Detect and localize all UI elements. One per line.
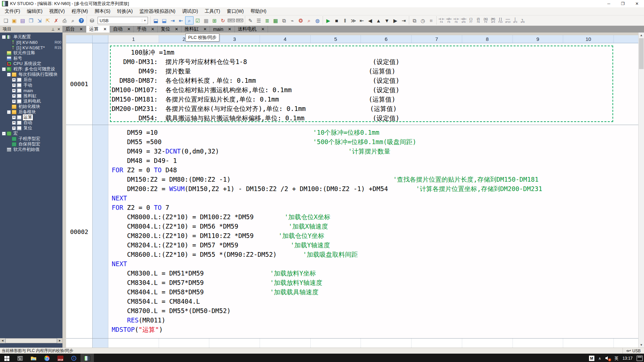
tree-item-子程序型宏[interactable]: 子程序型宏 [0, 136, 62, 141]
help-button[interactable]: ? [77, 16, 86, 24]
coil-not-button[interactable]: (/)F8 [475, 16, 482, 24]
collapse-icon[interactable]: - [7, 73, 11, 76]
tree-item-手动[interactable]: +手动 [0, 82, 62, 88]
paste-special-button[interactable]: ⧉ [410, 16, 419, 24]
menu-item-7[interactable]: 调试(D) [179, 8, 201, 15]
save-project-button[interactable]: ▤ [18, 16, 27, 24]
file-explorer-button[interactable] [27, 354, 40, 362]
panel-close-icon[interactable]: ✕ [57, 27, 60, 32]
usb-connect-button[interactable]: ⌁ [288, 16, 297, 24]
save-as-button[interactable]: ❐ [27, 16, 35, 24]
tab-close-icon[interactable]: ✕ [127, 27, 130, 32]
speaker-muted-icon[interactable]: ✕ [605, 356, 610, 361]
calculator-button[interactable]: ⌗ [427, 16, 435, 24]
tab-close-icon[interactable]: ✕ [261, 27, 265, 32]
expand-icon[interactable]: + [12, 121, 16, 125]
tree-item-单元配置[interactable]: -单元配置 [0, 34, 62, 40]
expand-icon[interactable]: + [12, 126, 16, 130]
minimize-button[interactable]: ─ [602, 0, 616, 7]
menu-item-10[interactable]: 帮助(H) [247, 8, 270, 15]
start-button[interactable] [0, 354, 13, 362]
expand-icon[interactable]: + [12, 94, 16, 98]
ime-indicator[interactable]: 英 [614, 356, 619, 361]
new-file-button[interactable]: ❏ [2, 16, 10, 24]
menu-item-3[interactable]: 程序(M) [68, 8, 91, 15]
tab-close-icon[interactable]: ✕ [151, 27, 154, 32]
clock[interactable]: 13:17 [623, 356, 633, 361]
editor-note-button[interactable]: ⬓ [160, 16, 168, 24]
expand-icon[interactable]: + [12, 89, 16, 93]
pause-button[interactable]: ‖ [341, 16, 349, 24]
menu-item-0[interactable]: 文件(F) [1, 8, 23, 15]
step-run-button[interactable]: ≫ [349, 16, 358, 24]
tab-运算[interactable]: 运算✕ [86, 26, 110, 33]
contact-no-button[interactable]: ⊣ ⊢F4 [438, 16, 445, 24]
tab-自动[interactable]: 自动✕ [110, 26, 134, 33]
tree-item-程序: 多仓位可随意设[interactable]: -程序: 多仓位可随意设 [0, 66, 62, 72]
tree-item-标号[interactable]: 标号 [0, 56, 62, 61]
print-button[interactable]: ⎙ [60, 16, 69, 24]
coil-out-button[interactable]: ( )F7 [467, 16, 475, 24]
expand-icon[interactable]: + [12, 100, 16, 103]
transfer-to-plc-button[interactable]: ⇥ [168, 16, 177, 24]
plc-verify-sync-button[interactable]: ⌕ [185, 16, 194, 24]
collapse-icon[interactable]: - [7, 110, 11, 114]
scrollbar-thumb[interactable] [5, 338, 57, 343]
instruction-box-button[interactable]: [ ]F10 [497, 16, 504, 24]
stop-button[interactable]: ■ [332, 16, 341, 24]
search-device-button[interactable]: ⌕ [305, 16, 313, 24]
block-content[interactable]: DM59 =10'10个脉冲=位移0.1mm DM55 =500'500个脉冲=… [108, 125, 638, 338]
tree-item-自动[interactable]: +自动 [0, 120, 62, 125]
plc-reset-button[interactable]: ↻ [219, 16, 227, 24]
block-content[interactable]: 100脉冲 =1mm DM0-DM31: 摆片序号对应材料仓位号1-8(设定值)… [108, 43, 638, 125]
window-cascade-button[interactable]: ⧉ [280, 16, 288, 24]
open-project-button[interactable]: ▣ [10, 16, 18, 24]
tab-close-icon[interactable]: ✕ [79, 27, 83, 32]
menu-item-1[interactable]: 编辑(E) [23, 8, 46, 15]
comm-port-select[interactable]: USB▾ [98, 17, 148, 24]
hidden-icons-chevron[interactable]: ∧ [598, 356, 601, 361]
nav-first-button[interactable]: ⇤ [358, 16, 366, 24]
collapse-icon[interactable]: - [2, 132, 6, 135]
line-list-button[interactable]: ☰ [255, 16, 263, 24]
export-file-button[interactable]: ⇱ [44, 16, 52, 24]
delete-file-button[interactable]: ✗ [52, 16, 60, 24]
expand-icon[interactable]: + [12, 116, 16, 119]
debug-button[interactable]: ❂ [297, 16, 305, 24]
vline-button[interactable]: │sF3 [512, 16, 519, 24]
hline-button[interactable]: ──sF10 [504, 16, 512, 24]
tree-item-推料缸[interactable]: +推料缸 [0, 93, 62, 99]
nav-next-button[interactable]: ▶ [391, 16, 399, 24]
tree-item-送料电机[interactable]: +送料电机 [0, 99, 62, 104]
simulator-button[interactable]: ▦ [202, 16, 210, 24]
device-comment-list-button[interactable]: ≣ [263, 16, 271, 24]
menu-item-8[interactable]: 工具(T) [201, 8, 223, 15]
nav-last-button[interactable]: ⇥ [399, 16, 408, 24]
tree-item-软元件注释[interactable]: 软元件注释 [0, 50, 62, 56]
registration-monitor-button[interactable]: ⊞ [210, 16, 219, 24]
tree-item-[1] KV-N16ET*[interactable]: [1] KV-N16ET*R15 [0, 45, 62, 50]
menu-item-6[interactable]: 监控器/模拟器(N) [136, 8, 179, 15]
m-tray-icon[interactable]: M [589, 356, 594, 361]
scroll-down-icon[interactable]: ▼ [639, 342, 644, 348]
sw2018-button[interactable]: 2018 [54, 354, 67, 362]
task-view-button[interactable] [13, 354, 27, 362]
monitor-start-button[interactable]: ☑ [194, 16, 202, 24]
tree-item-后备模块[interactable]: -后备模块 [0, 109, 62, 115]
tab-手动[interactable]: 手动✕ [134, 26, 158, 33]
tab-main[interactable]: main✕ [210, 26, 234, 33]
panel-splitter[interactable] [62, 33, 66, 348]
print-preview-button[interactable]: ⌕ [69, 16, 77, 24]
pin-icon[interactable]: ⊥ [51, 27, 55, 32]
tree-item-后台[interactable]: +后台 [0, 77, 62, 82]
tree-item-[0] KV-N60[interactable]: [0] KV-N60R00 [0, 40, 62, 45]
coil-reset-button[interactable]: (R)sF9 [489, 16, 497, 24]
collapse-icon[interactable]: - [2, 35, 6, 39]
device-value-read-button[interactable]: DEV [235, 16, 244, 24]
menu-item-5[interactable]: 转换(A) [114, 8, 136, 15]
expand-icon[interactable]: + [12, 83, 16, 87]
kv-studio-taskbar-button[interactable] [80, 354, 94, 362]
tree-item-每次扫描执行型模块[interactable]: -每次扫描执行型模块 [0, 72, 62, 77]
tree-item-宏[interactable]: -宏 [0, 131, 62, 136]
coil-set-button[interactable]: (S)F9 [482, 16, 489, 24]
